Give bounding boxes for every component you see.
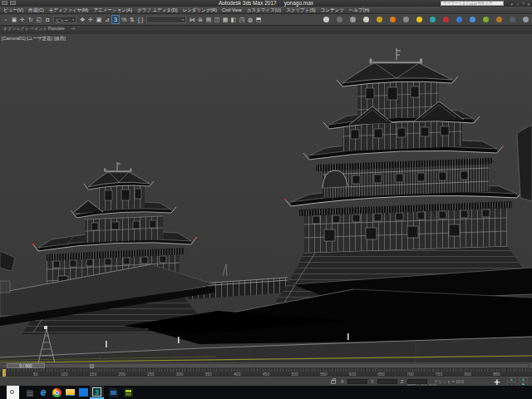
spinner-snap-icon[interactable]: ⇅ [128,15,136,24]
viewport[interactable]: [Camera01] [ユーザ定義] [線画] [0,34,532,362]
toolbar-ball-10-icon[interactable] [443,17,449,22]
menu-view[interactable]: ビュー(V) [1,7,26,13]
toolbar-ball-14-icon[interactable] [496,17,502,22]
coord-y-label: Y: [371,379,374,384]
select-object-icon[interactable]: ✛ [18,15,27,24]
menu-create[interactable]: 作成(C) [26,7,47,13]
scale-icon[interactable]: ◱ [35,15,43,24]
toolbar-ball-5-icon[interactable] [377,17,382,22]
chrome-icon[interactable] [52,387,62,397]
grid-size-text: グリッド = 10.0 [434,379,464,384]
zoom-icon[interactable]: ⊕ [507,377,516,382]
rotate-icon[interactable]: ↻ [27,15,35,24]
select-link-icon[interactable]: ▫ [2,15,10,24]
unlink-icon[interactable]: ▣ [10,15,18,24]
coord-y-field[interactable] [377,379,397,384]
move-icon[interactable]: ✛ [86,15,95,24]
curve-editor-icon[interactable]: ◧ [229,15,238,24]
photos-icon[interactable] [108,387,118,397]
toolbar-ball-1-icon[interactable] [323,17,329,22]
scene-wireframe [0,34,532,362]
taskbar-search-button[interactable] [7,386,19,399]
windows-taskbar: ▦ e 3 [0,386,532,399]
toolbar-ball-12-icon[interactable] [470,17,475,22]
time-slider-handle[interactable]: 0 / 900 [7,363,45,368]
toolbar-ball-4-icon[interactable] [363,17,369,22]
menu-animation[interactable]: アニメーション(A) [91,7,135,13]
selection-lock-icon[interactable] [331,380,336,384]
material-editor-icon[interactable]: ◍ [246,15,254,24]
viewport-label[interactable]: [Camera01] [ユーザ定義] [線画] [2,36,66,42]
toolbar-ball-7-icon[interactable] [403,17,409,22]
ribbon-toggle-icon[interactable]: ▦ [221,15,229,24]
angle-snap-icon[interactable]: ⊿ [103,15,111,24]
percent-snap-icon[interactable]: % [120,15,128,24]
ribbon-row: オブジェクト ペイント Populate ▪▾ [0,26,532,34]
zoom-all-icon[interactable]: ⊞ [519,377,528,382]
menu-graph-editors[interactable]: グラフ エディタ(D) [135,7,180,13]
toolbar-ball-6-icon[interactable] [390,17,396,22]
scene-explorer-icon[interactable]: ◫ [213,15,221,24]
toolbar-ball-2-icon[interactable] [337,17,342,22]
menu-help[interactable]: ヘルプ(H) [347,7,372,13]
toolbar-ball-16-icon[interactable] [523,17,529,22]
right-edge-roof [517,125,532,201]
toolbar-ball-13-icon[interactable] [483,17,489,22]
title-bar: Autodesk 3ds Max 2017 yonago.max キーワードまた… [0,0,532,7]
status-bar: X: Y: Z: グリッド = 10.0 時間タグを追加 + ⊕ ⊞ ◔ ⬒ [0,377,532,386]
named-selection-dropdown[interactable]: ▾ [146,16,186,23]
layer-manager-icon[interactable]: ▤ [204,15,213,24]
align-icon[interactable]: ≣ [196,15,204,24]
snap-toggle-icon[interactable]: ▣ [95,15,103,24]
infocenter-icons[interactable]: ▾ ☆ ? ▾ [511,2,530,7]
select-region-icon[interactable]: ◘ [43,15,52,24]
toolbar-ball-15-icon[interactable] [510,17,515,22]
toolbar-ball-8-icon[interactable] [416,17,422,22]
menu-civil-view[interactable]: Civil View [219,7,244,12]
render-setup-icon[interactable]: ⬒ [254,15,263,24]
pivot-icon[interactable]: ❖ [78,15,86,24]
mail-icon[interactable] [78,387,88,397]
time-slider-knob[interactable] [90,364,94,368]
toolbar-ball-11-icon[interactable] [456,17,462,22]
frame-zero-marker [2,369,6,377]
menu-customize[interactable]: カスタマイズ(U) [244,7,283,13]
media-app-icon[interactable] [123,387,133,397]
menu-scripting[interactable]: スクリプト(S) [283,7,318,13]
time-slider-track[interactable] [2,363,529,368]
timeline-ruler[interactable]: 50 100 150 200 250 300 350 400 450 500 5… [0,369,532,377]
menu-modifiers[interactable]: モディファイヤ(M) [47,7,91,13]
menu-bar: ビュー(V) 作成(C) モディファイヤ(M) アニメーション(A) グラフ エ… [0,7,532,14]
toolbar-ball-9-icon[interactable] [430,17,436,22]
help-search-input[interactable]: キーワードまたは語句を入力 [441,1,504,6]
toolbar-ball-3-icon[interactable] [350,17,356,22]
time-slider-row: 0 / 900 [0,362,532,369]
menu-content[interactable]: コンテンツ [318,7,347,13]
main-toolbar: ▫ ▣ ✛ ↻ ◱ ◘ ビュー▾ ❖ ✛ ▣ ⊿ 3 % ⇅ { } ▾ ⋈ ≣… [0,14,532,26]
coord-x-field[interactable] [347,379,367,384]
mirror-icon[interactable]: ⋈ [188,15,196,24]
3dsmax-icon: 3 [92,387,101,397]
edge-icon[interactable]: e [38,387,48,397]
schematic-view-icon[interactable]: ◳ [238,15,246,24]
edit-selset-icon[interactable]: { } [136,15,145,24]
3dsmax-taskbar-button[interactable]: 3 [90,386,104,399]
menu-rendering[interactable]: レンダリング(R) [180,7,219,13]
ref-coord-dropdown[interactable]: ビュー▾ [53,16,76,23]
coord-z-label: Z: [401,379,404,384]
task-view-icon[interactable]: ▦ [25,387,35,397]
snap-25-icon[interactable]: 3 [111,15,120,24]
coord-x-label: X: [341,379,345,384]
file-explorer-icon[interactable] [65,387,75,397]
